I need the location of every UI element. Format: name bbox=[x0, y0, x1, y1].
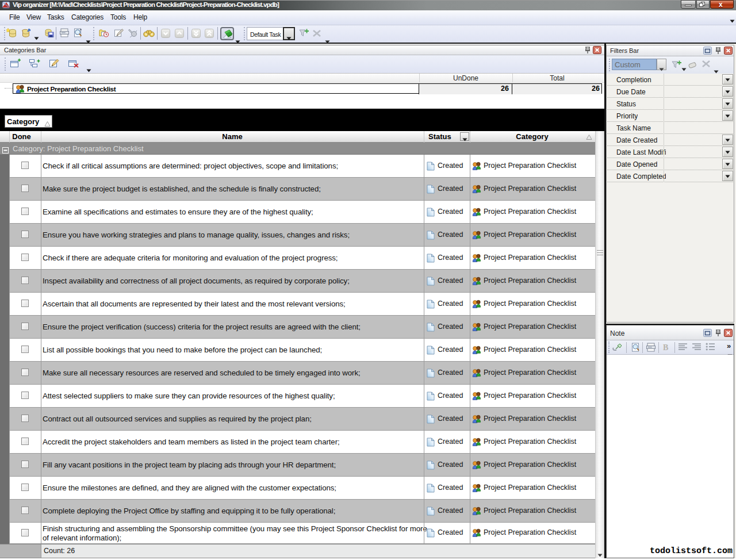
svg-text:B: B bbox=[663, 343, 668, 352]
